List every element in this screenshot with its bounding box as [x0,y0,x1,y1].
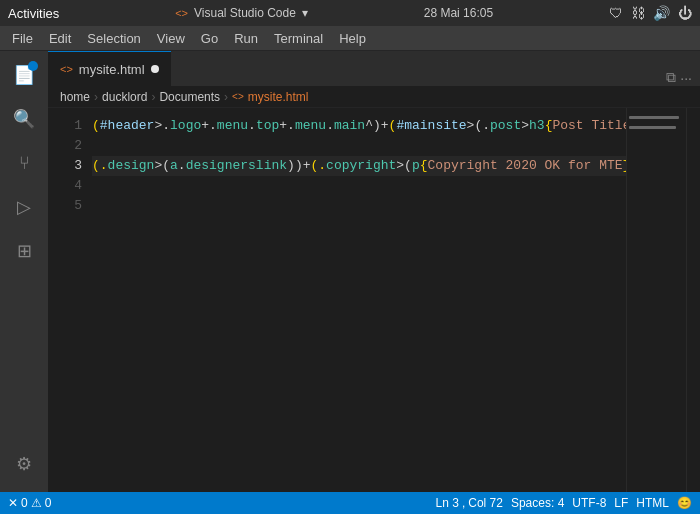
minimap-content [627,108,686,129]
extensions-icon[interactable]: ⊞ [4,231,44,271]
breadcrumb-home[interactable]: home [60,90,90,104]
vscode-window: File Edit Selection View Go Run Terminal… [0,26,700,514]
shield-icon: 🛡 [609,5,623,21]
error-icon: ✕ [8,496,18,510]
breadcrumb-filename[interactable]: mysite.html [248,90,309,104]
line-num-1: 1 [48,116,82,136]
status-bar: ✕ 0 ⚠ 0 Ln 3, Col 72 Spaces: 4 UTF-8 LF … [0,492,700,514]
network-icon: ⛓ [631,5,645,21]
tab-modified-dot [151,65,159,73]
code-line-1: (#header>.logo+.menu.top+.menu.main^)+(#… [92,116,626,136]
debug-icon[interactable]: ▷ [4,187,44,227]
line-num-3: 3 [48,156,82,176]
status-spaces[interactable]: Spaces: 4 [511,496,564,510]
breadcrumb-sep-1: › [94,90,98,104]
minimap [626,108,686,492]
menu-help[interactable]: Help [331,29,374,48]
code-editor[interactable]: 1 2 3 4 5 (#header>.logo+.menu.top+.menu… [48,108,700,492]
power-icon: ⏻ [678,5,692,21]
tab-filename: mysite.html [79,62,145,77]
code-line-5 [92,196,626,216]
system-icons: 🛡 ⛓ 🔊 ⏻ [609,5,692,21]
menu-edit[interactable]: Edit [41,29,79,48]
tab-actions: ⧉ ··· [658,69,700,86]
vertical-scrollbar[interactable] [686,108,700,492]
breadcrumb-sep-3: › [224,90,228,104]
code-line-3: (.design>(a.designerslink))+(.copyright>… [92,156,626,176]
search-icon[interactable]: 🔍 [4,99,44,139]
breadcrumb: home › ducklord › Documents › <> mysite.… [48,86,700,108]
error-count: 0 [21,496,28,510]
settings-icon[interactable]: ⚙ [4,444,44,484]
breadcrumb-documents[interactable]: Documents [159,90,220,104]
dropdown-arrow[interactable]: ▾ [302,6,308,20]
main-area: 📄 🔍 ⑂ ▷ ⊞ ⚙ <> [0,51,700,492]
line-num-2: 2 [48,136,82,156]
status-encoding[interactable]: UTF-8 [572,496,606,510]
menu-bar: File Edit Selection View Go Run Terminal… [0,26,700,51]
datetime-display: 28 Mai 16:05 [424,6,493,20]
warning-count: 0 [45,496,52,510]
window-title-text: Visual Studio Code [194,6,296,20]
html-file-icon: <> [175,7,188,19]
code-line-4 [92,176,626,196]
editor-area: <> mysite.html ⧉ ··· home › ducklord › D… [48,51,700,492]
activities-button[interactable]: Activities [8,6,59,21]
status-ln: Ln 3 [436,496,459,510]
explorer-badge [28,61,38,71]
code-content[interactable]: (#header>.logo+.menu.top+.menu.main^)+(#… [88,108,626,492]
volume-icon: 🔊 [653,5,670,21]
tab-bar: <> mysite.html ⧉ ··· [48,51,700,86]
status-ln-col[interactable]: Ln 3, Col 72 [436,496,503,510]
status-errors[interactable]: ✕ 0 ⚠ 0 [8,496,51,510]
menu-run[interactable]: Run [226,29,266,48]
menu-go[interactable]: Go [193,29,226,48]
status-language[interactable]: HTML [636,496,669,510]
menu-view[interactable]: View [149,29,193,48]
status-left: ✕ 0 ⚠ 0 [8,496,51,510]
window-title-area: <> Visual Studio Code ▾ [175,6,308,20]
line-num-5: 5 [48,196,82,216]
status-col: Col 72 [468,496,503,510]
menu-terminal[interactable]: Terminal [266,29,331,48]
status-feedback[interactable]: 😊 [677,496,692,510]
menu-file[interactable]: File [4,29,41,48]
minimap-line-3 [629,126,676,129]
breadcrumb-sep-2: › [151,90,155,104]
warning-icon: ⚠ [31,496,42,510]
gnome-top-bar: Activities <> Visual Studio Code ▾ 28 Ma… [0,0,700,26]
explorer-icon[interactable]: 📄 [4,55,44,95]
code-line-2 [92,136,626,156]
minimap-line-1 [629,116,679,119]
breadcrumb-file-icon: <> [232,91,244,102]
source-control-icon[interactable]: ⑂ [4,143,44,183]
split-editor-icon[interactable]: ⧉ [666,69,676,86]
tab-file-icon: <> [60,63,73,75]
line-num-4: 4 [48,176,82,196]
tab-mysite-html[interactable]: <> mysite.html [48,51,171,86]
breadcrumb-ducklord[interactable]: ducklord [102,90,147,104]
status-line-ending[interactable]: LF [614,496,628,510]
menu-selection[interactable]: Selection [79,29,148,48]
activity-bar: 📄 🔍 ⑂ ▷ ⊞ ⚙ [0,51,48,492]
more-actions-icon[interactable]: ··· [680,70,692,86]
status-right: Ln 3, Col 72 Spaces: 4 UTF-8 LF HTML 😊 [436,496,692,510]
line-numbers: 1 2 3 4 5 [48,108,88,492]
